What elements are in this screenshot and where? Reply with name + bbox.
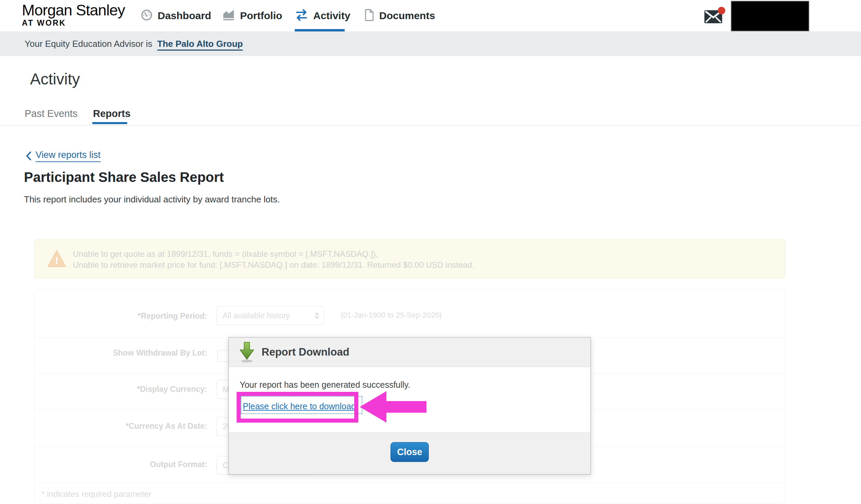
mail-icon[interactable] [704, 6, 726, 26]
advisor-prefix: Your Equity Education Advisor is [25, 39, 152, 49]
active-tab-underline [92, 122, 127, 124]
modal-header: Report Download [229, 337, 591, 367]
active-nav-underline [295, 29, 345, 31]
nav-item-activity[interactable]: Activity [295, 0, 350, 31]
redacted-account-block[interactable] [731, 1, 809, 31]
advisor-banner: Your Equity Education Advisor is The Pal… [0, 31, 861, 56]
warning-line-1: Unable to get quote as at 1899/12/31, fu… [73, 249, 474, 260]
tab-reports[interactable]: Reports [93, 108, 131, 119]
svg-text:!: ! [55, 255, 58, 266]
page-title: Activity [30, 70, 80, 88]
warning-text: Unable to get quote as at 1899/12/31, fu… [73, 249, 474, 270]
close-button[interactable]: Close [390, 442, 429, 462]
brand-name: Morgan Stanley [22, 2, 125, 18]
activity-arrows-icon [295, 9, 308, 23]
nav-item-documents[interactable]: Documents [364, 0, 435, 31]
modal-footer: Close [229, 433, 591, 474]
nav-label-documents: Documents [379, 10, 435, 22]
reporting-period-label: *Reporting Period: [35, 311, 207, 321]
page: Morgan Stanley AT WORK Dashboard Portfol… [0, 0, 861, 504]
back-link-label: View reports list [36, 150, 101, 162]
show-withdrawal-label: Show Withdrawal By Lot: [35, 348, 207, 358]
warning-triangle-icon: ! [47, 249, 67, 270]
nav-label-dashboard: Dashboard [158, 10, 211, 22]
report-title: Participant Share Sales Report [24, 170, 224, 185]
nav-item-dashboard[interactable]: Dashboard [141, 0, 211, 31]
currency-as-at-date-label: *Currency As At Date: [35, 422, 207, 431]
download-arrow-icon [239, 342, 255, 363]
dashboard-gauge-icon [141, 9, 153, 23]
nav-item-portfolio[interactable]: Portfolio [222, 0, 282, 31]
warning-message-box: ! Unable to get quote as at 1899/12/31, … [34, 239, 785, 278]
reporting-period-value: All available history [223, 311, 290, 320]
advisor-banner-text: Your Equity Education Advisor is The Pal… [25, 31, 243, 56]
annotation-arrow-left-icon [360, 391, 426, 424]
show-withdrawal-checkbox[interactable] [217, 350, 229, 362]
tabs-divider [0, 125, 861, 125]
brand-logo[interactable]: Morgan Stanley AT WORK [22, 2, 125, 27]
modal-message: Your report has been generated successfu… [240, 380, 410, 390]
required-parameter-footnote: * indicates required parameter [41, 489, 151, 499]
warning-line-2: Unable to retrieve market price for fund… [73, 260, 474, 270]
annotation-highlight-box [237, 392, 358, 423]
tab-past-events[interactable]: Past Events [25, 108, 78, 119]
view-reports-list-link[interactable]: View reports list [25, 150, 101, 162]
row-divider [35, 482, 785, 483]
unread-badge [718, 7, 725, 14]
nav-label-portfolio: Portfolio [240, 10, 282, 22]
modal-title: Report Download [262, 346, 349, 358]
reporting-period-range-note: (01-Jan-1900 to 25-Sep-2025) [341, 311, 442, 320]
display-currency-label: *Display Currency: [35, 385, 207, 394]
select-stepper-icon [315, 312, 319, 319]
top-navbar: Morgan Stanley AT WORK Dashboard Portfol… [0, 0, 861, 31]
portfolio-chart-icon [222, 9, 235, 23]
nav-label-activity: Activity [313, 10, 350, 22]
output-format-value: C [223, 461, 228, 470]
chevron-left-icon [25, 151, 32, 161]
output-format-label: Output Format: [35, 460, 207, 469]
advisor-link[interactable]: The Palo Alto Group [157, 39, 243, 51]
brand-tagline: AT WORK [22, 18, 125, 27]
report-subtitle: This report includes your individual act… [24, 194, 280, 205]
reporting-period-select[interactable]: All available history [216, 306, 324, 325]
documents-file-icon [364, 9, 374, 23]
